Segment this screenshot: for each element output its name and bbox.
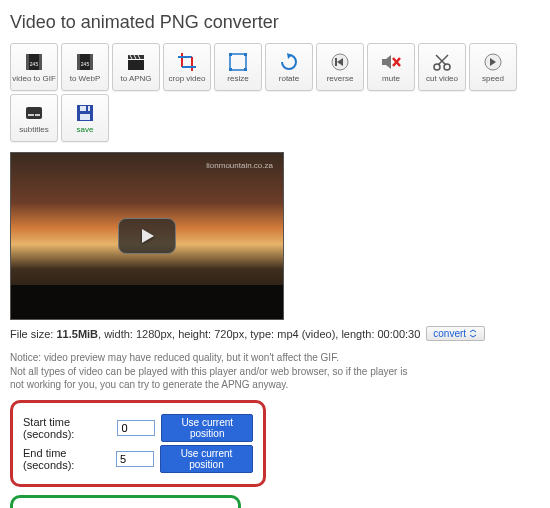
tool-video-to-gif[interactable]: 245 video to GIF: [10, 43, 58, 91]
time-block: Start time (seconds): Use current positi…: [10, 400, 266, 487]
toolbar: 245 video to GIF 245 to WebP to APNG cro…: [10, 43, 540, 142]
video-preview[interactable]: lionmountain.co.za: [10, 152, 284, 320]
scissors-icon: [431, 51, 453, 73]
tool-cut-video[interactable]: cut video: [418, 43, 466, 91]
tool-speed[interactable]: speed: [469, 43, 517, 91]
resize-icon: [227, 51, 249, 73]
start-time-input[interactable]: [117, 420, 155, 436]
tool-mute[interactable]: mute: [367, 43, 415, 91]
tool-to-webp[interactable]: 245 to WebP: [61, 43, 109, 91]
svg-marker-26: [382, 55, 391, 69]
svg-rect-5: [77, 54, 80, 70]
tool-to-apng[interactable]: to APNG: [112, 43, 160, 91]
svg-rect-17: [230, 54, 246, 70]
arrows-icon: [469, 329, 478, 338]
mute-icon: [380, 51, 402, 73]
tool-resize[interactable]: resize: [214, 43, 262, 91]
tool-crop-video[interactable]: crop video: [163, 43, 211, 91]
svg-text:245: 245: [30, 61, 39, 67]
svg-rect-21: [244, 68, 247, 71]
svg-rect-39: [80, 106, 90, 111]
tool-reverse[interactable]: reverse: [316, 43, 364, 91]
svg-rect-35: [26, 107, 42, 119]
end-use-pos-button[interactable]: Use current position: [160, 445, 253, 473]
start-use-pos-button[interactable]: Use current position: [161, 414, 253, 442]
svg-rect-19: [244, 53, 247, 56]
clapper-icon: [125, 51, 147, 73]
file-meta: File size: 11.5MiB, width: 1280px, heigh…: [10, 326, 540, 341]
page-title: Video to animated PNG converter: [10, 12, 540, 33]
play-icon: [138, 227, 156, 245]
options-block: Size: Original (up to 800px) Frame rate …: [10, 495, 241, 509]
play-button[interactable]: [118, 218, 176, 254]
crop-icon: [176, 51, 198, 73]
end-time-label: End time (seconds):: [23, 447, 110, 471]
notice-text: Notice: video preview may have reduced q…: [10, 351, 410, 392]
film-icon: 245: [74, 51, 96, 73]
svg-rect-6: [90, 54, 93, 70]
start-time-label: Start time (seconds):: [23, 416, 111, 440]
reverse-icon: [329, 51, 351, 73]
tool-rotate[interactable]: rotate: [265, 43, 313, 91]
file-size: 11.5MiB: [56, 328, 98, 340]
svg-rect-36: [28, 114, 34, 116]
floppy-icon: [74, 102, 96, 124]
film-icon: 245: [23, 51, 45, 73]
subtitles-icon: [23, 102, 45, 124]
svg-rect-2: [39, 54, 42, 70]
watermark: lionmountain.co.za: [206, 161, 273, 170]
svg-rect-20: [229, 68, 232, 71]
svg-text:245: 245: [81, 61, 90, 67]
svg-rect-40: [80, 114, 90, 120]
svg-marker-42: [142, 229, 154, 243]
convert-link[interactable]: convert: [426, 326, 485, 341]
svg-rect-8: [128, 60, 144, 70]
end-time-input[interactable]: [116, 451, 154, 467]
tool-save[interactable]: save: [61, 94, 109, 142]
rotate-icon: [278, 51, 300, 73]
speed-icon: [482, 51, 504, 73]
tool-subtitles[interactable]: subtitles: [10, 94, 58, 142]
svg-rect-41: [86, 106, 88, 111]
svg-rect-1: [26, 54, 29, 70]
svg-rect-18: [229, 53, 232, 56]
svg-rect-25: [335, 58, 337, 66]
svg-rect-37: [35, 114, 40, 116]
